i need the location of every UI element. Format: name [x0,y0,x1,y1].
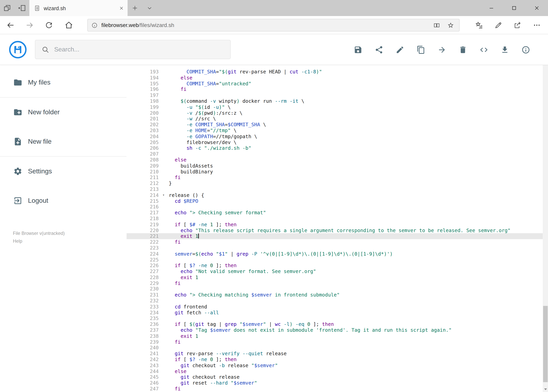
code-line[interactable]: 210 buildBinary [127,169,543,175]
code-line-content[interactable]: -v /$(pwd):/src:z \ [161,110,243,116]
code-line-content[interactable]: else [161,157,187,163]
code-line[interactable]: 239 fi [127,339,543,345]
code-line-content[interactable]: if [ $? -ne 0 ]; then [161,357,236,363]
code-line-content[interactable] [161,216,169,222]
code-line-content[interactable]: } [161,181,172,186]
code-line[interactable]: 228 exit 1 [127,274,543,280]
code-line[interactable]: 199 -u "$(id -u)" \ [127,104,543,110]
code-line-content[interactable]: semver=$(echo "$1" | grep -P '^v(0|[1-9]… [161,251,393,257]
code-line-content[interactable] [161,245,169,251]
code-line[interactable]: 200 -v /$(pwd):/src:z \ [127,110,543,116]
share-button[interactable] [368,39,389,60]
hub-button[interactable] [472,17,487,33]
file-browser-logo[interactable] [9,41,27,59]
code-line[interactable]: 235 [127,315,543,321]
favorite-star-button[interactable] [445,20,456,30]
code-line-content[interactable]: fi [161,339,180,345]
code-line[interactable]: 195 COMMIT_SHA="untracked" [127,81,543,86]
code-line-content[interactable] [161,257,169,263]
sidebar-item-settings[interactable]: Settings [0,157,127,186]
refresh-button[interactable] [41,17,57,33]
code-line-content[interactable]: echo "This release script requires a sin… [161,227,510,233]
code-line-content[interactable] [161,151,169,157]
address-bar[interactable]: filebrowser.web/files/wizard.sh [87,19,460,31]
minimize-button[interactable] [480,0,503,16]
home-button[interactable] [61,17,77,33]
code-line[interactable]: 207 [127,151,543,157]
code-line[interactable]: 238 exit 1 [127,333,543,339]
code-line-content[interactable]: COMMIT_SHA="$(git rev-parse HEAD | cut -… [161,69,322,75]
code-line[interactable]: 196 fi [127,86,543,92]
help-link[interactable]: Help [13,238,127,244]
code-line[interactable]: 218 [127,216,543,222]
code-line[interactable]: 236 if [ $(git tag | grep "$semver" | wc… [127,321,543,327]
search-input[interactable]: Search... [35,40,231,59]
reading-view-button[interactable] [431,20,442,30]
code-line-content[interactable]: -e GOPATH=//tmp/gopath \ [161,133,257,139]
code-line[interactable]: 229 fi [127,280,543,286]
code-line-content[interactable]: if [ $? -ne 0 ]; then [161,263,236,268]
code-line-content[interactable]: fi [161,280,180,286]
code-line[interactable]: 211 fi [127,175,543,181]
code-line-content[interactable]: release () { [161,192,204,198]
code-line-content[interactable]: git checkout release [161,374,239,380]
scrollbar-thumb[interactable] [543,306,548,382]
sidebar-item-my-files[interactable]: My files [0,68,127,97]
code-line[interactable]: 241 git rev-parse --verify --quiet relea… [127,351,543,357]
code-line[interactable]: 245 git checkout release [127,374,543,380]
code-line[interactable]: 234 git fetch --all [127,310,543,315]
code-line[interactable]: 233 cd frontend [127,304,543,310]
sidebar-item-new-folder[interactable]: New folder [0,98,127,127]
code-line-content[interactable]: $(command -v winpty) docker run --rm -it… [161,98,304,104]
code-line-content[interactable] [161,298,169,304]
code-line-content[interactable]: echo "> Checking semver format" [161,210,266,216]
move-button[interactable] [431,39,452,60]
code-line-content[interactable]: -u "$(id -u)" \ [161,104,231,110]
code-line[interactable]: 237 echo "Tag $semver does not exist in … [127,327,543,333]
code-line[interactable]: 221 exit 1 [127,233,543,239]
maximize-button[interactable] [503,0,525,16]
code-line[interactable]: 194 else [127,75,543,81]
code-line-content[interactable]: COMMIT_SHA="untracked" [161,81,251,86]
code-line[interactable]: 202 -e COMMIT_SHA=$COMMIT_SHA \ [127,122,543,128]
download-button[interactable] [494,39,515,60]
code-line-content[interactable]: else [161,75,192,81]
code-line-content[interactable]: exit 1 [161,333,198,339]
page-scrollbar[interactable] [543,34,548,392]
code-line[interactable]: 240 [127,345,543,351]
tab-list-button[interactable] [142,0,157,16]
code-line-content[interactable]: git fetch --all [161,310,219,315]
close-button[interactable] [525,0,548,16]
code-line-content[interactable]: buildAssets [161,163,213,169]
code-line[interactable]: 230 [127,286,543,292]
code-line[interactable]: 201 -w //src \ [127,116,543,122]
code-line[interactable]: 223 [127,245,543,251]
code-line-content[interactable]: echo "Tag $semver does not exist in subm… [161,327,451,333]
code-line[interactable]: 232 [127,298,543,304]
tab-close-icon[interactable] [119,6,124,11]
web-notes-button[interactable] [491,17,506,33]
save-button[interactable] [347,39,368,60]
code-line[interactable]: 213 [127,186,543,192]
code-line[interactable]: 205 filebrowser/dev \ [127,139,543,145]
code-line-content[interactable]: filebrowser/dev \ [161,139,236,145]
code-line[interactable]: 214▾release () { [127,192,543,198]
code-line-content[interactable]: echo "Not valid semver format. See semve… [161,268,316,274]
code-line[interactable]: 198 $(command -v winpty) docker run --rm… [127,98,543,104]
code-line-content[interactable]: -w //src \ [161,116,216,122]
delete-button[interactable] [452,39,473,60]
info-button[interactable] [515,39,536,60]
code-line[interactable]: 206 sh -c "./wizard.sh -b" [127,145,543,151]
back-button[interactable] [3,17,18,33]
code-line-content[interactable]: buildBinary [161,169,213,175]
code-line-content[interactable]: -e HOME="//tmp" \ [161,128,236,133]
code-line-content[interactable] [161,92,169,98]
set-aside-tabs-button[interactable] [15,0,29,16]
code-line[interactable]: 247 fi [127,386,543,392]
fold-arrow-icon[interactable]: ▾ [163,192,165,198]
tab-preview-button[interactable] [0,0,15,16]
code-line[interactable]: 244 else [127,368,543,374]
code-line[interactable]: 222 fi [127,239,543,245]
sidebar-item-logout[interactable]: Logout [0,186,127,215]
scroll-down-button[interactable] [543,387,548,392]
